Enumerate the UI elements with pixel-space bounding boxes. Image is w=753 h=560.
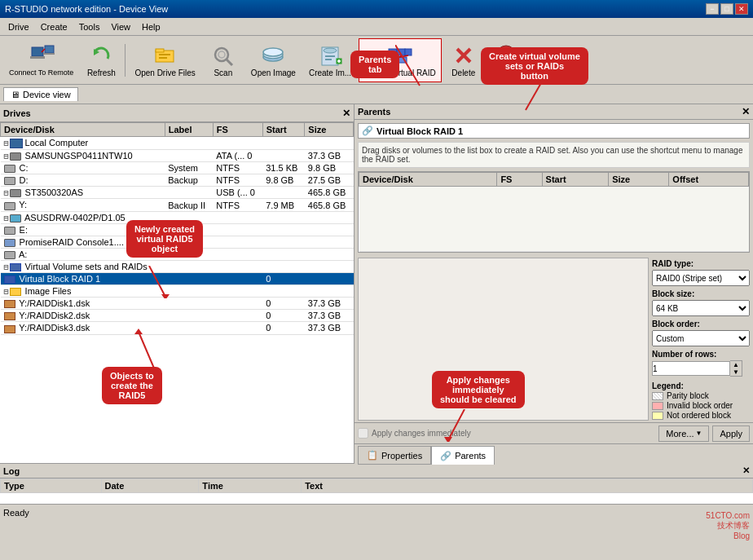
menu-drive[interactable]: Drive xyxy=(3,20,34,33)
svg-point-15 xyxy=(263,48,283,56)
connect-label: Connect To Remote xyxy=(9,68,73,77)
num-rows-up[interactable]: ▲ xyxy=(730,361,742,368)
open-image-icon xyxy=(260,42,286,68)
refresh-label: Refresh xyxy=(87,68,116,77)
callout-objects-create: Objects tocreate theRAID5 xyxy=(102,367,162,404)
svg-rect-7 xyxy=(156,49,164,52)
parents-content: 🔗 Virtual Block RAID 1 Drag disks or vol… xyxy=(354,120,753,465)
watermark-line3: Blog xyxy=(706,531,750,540)
svg-line-38 xyxy=(139,332,155,370)
col-start: Start xyxy=(262,123,305,137)
table-row[interactable]: D: BackupNTFS9.8 GB27.5 GB xyxy=(1,174,354,187)
svg-rect-19 xyxy=(325,59,332,60)
maximize-button[interactable]: □ xyxy=(720,3,733,15)
parents-col-start: Start xyxy=(542,173,609,187)
svg-rect-8 xyxy=(159,54,170,55)
parents-panel-close[interactable]: ✕ xyxy=(742,106,750,117)
table-row[interactable]: C: SystemNTFS31.5 KB9.8 GB xyxy=(1,162,354,174)
log-title: Log xyxy=(3,466,20,476)
log-close[interactable]: ✕ xyxy=(742,465,750,476)
log-col-date: Date xyxy=(101,479,199,493)
status-bar: Ready xyxy=(0,504,753,520)
watermark-line2: 技术博客 xyxy=(706,520,750,531)
raid-title-row: 🔗 Virtual Block RAID 1 xyxy=(358,123,750,139)
table-row[interactable]: ⊟ ST3500320AS USB (... 0465.8 GB xyxy=(1,187,354,199)
col-fs: FS xyxy=(213,123,262,137)
parents-panel: Parents ✕ 🔗 Virtual Block RAID 1 Drag di… xyxy=(354,104,753,463)
device-view-tab-bar: 🖥 Device view xyxy=(0,85,753,104)
table-row[interactable]: ⊟ Local Computer xyxy=(1,137,354,150)
col-label: Label xyxy=(165,123,213,137)
device-view-label: Device view xyxy=(23,90,71,99)
svg-line-11 xyxy=(227,60,232,65)
tab-parents[interactable]: 🔗 Parents xyxy=(431,446,495,465)
create-image-icon xyxy=(317,42,343,68)
raid-type-select[interactable]: RAID0 (Stripe set) xyxy=(652,270,750,286)
svg-rect-9 xyxy=(159,57,167,59)
open-image-button[interactable]: Open Image xyxy=(245,38,302,82)
open-drive-files-button[interactable]: Open Drive Files xyxy=(129,38,200,82)
callout-create-virtual: Create virtual volumesets or RAIDsbutton xyxy=(481,47,588,85)
parents-col-offset: Offset xyxy=(669,173,749,187)
table-row[interactable]: Y:/RAIDDisk2.dsk 037.3 GB xyxy=(1,310,354,322)
watermark: 51CTO.com 技术博客 Blog xyxy=(706,511,750,540)
drives-panel-title: Drives xyxy=(3,108,31,118)
log-col-time: Time xyxy=(199,479,302,493)
block-order-select[interactable]: Custom xyxy=(652,330,750,346)
scan-label: Scan xyxy=(214,68,232,77)
more-button[interactable]: More... ▼ xyxy=(658,426,709,442)
svg-line-35 xyxy=(526,82,542,110)
svg-point-10 xyxy=(215,48,228,61)
device-view-icon: 🖥 xyxy=(11,90,20,99)
apply-button[interactable]: Apply xyxy=(712,426,750,442)
block-order-label: Block order: xyxy=(652,320,750,329)
parents-col-device: Device/Disk xyxy=(359,173,497,187)
svg-rect-3 xyxy=(43,53,55,55)
device-view-tab[interactable]: 🖥 Device view xyxy=(3,87,78,101)
raid-title-text: Virtual Block RAID 1 xyxy=(376,126,463,136)
apply-immediately-checkbox[interactable] xyxy=(358,428,368,439)
raid-options-panel: RAID type: RAID0 (Stripe set) Block size… xyxy=(652,258,750,421)
more-dropdown-arrow: ▼ xyxy=(696,430,702,437)
legend-section: Legend: Parity block Invalid block order xyxy=(652,381,750,421)
callout-apply-changes: Apply changesimmediatelyshould be cleare… xyxy=(432,371,525,408)
table-row[interactable]: Y:/RAIDDisk1.dsk 037.3 GB xyxy=(1,298,354,310)
table-row[interactable]: ⊟ SAMSUNGSP0411NTW10 ATA (... 037.3 GB xyxy=(1,150,354,162)
legend-invalid: Invalid block order xyxy=(652,401,750,410)
scan-button[interactable]: Scan xyxy=(203,38,244,82)
callout-objects-arrow xyxy=(130,328,179,373)
menu-view[interactable]: View xyxy=(106,20,135,33)
svg-marker-41 xyxy=(444,437,452,442)
minimize-button[interactable]: − xyxy=(706,3,719,15)
raid-type-label: RAID type: xyxy=(652,259,750,268)
svg-marker-37 xyxy=(161,294,170,298)
menu-tools[interactable]: Tools xyxy=(74,20,105,33)
num-rows-down[interactable]: ▼ xyxy=(730,368,742,376)
close-button[interactable]: ✕ xyxy=(735,3,748,15)
create-image-button[interactable]: Create Im... xyxy=(303,38,357,82)
col-device: Device/Disk xyxy=(1,123,165,137)
log-col-type: Type xyxy=(1,479,102,493)
legend-label: Legend: xyxy=(652,381,750,390)
properties-tab-icon: 📋 xyxy=(367,450,378,461)
menu-help[interactable]: Help xyxy=(137,20,165,33)
log-col-text: Text xyxy=(302,479,753,493)
svg-point-12 xyxy=(218,51,225,58)
num-rows-input[interactable] xyxy=(652,361,730,376)
parity-label: Parity block xyxy=(667,391,709,400)
drives-panel-close[interactable]: ✕ xyxy=(342,108,350,119)
svg-line-40 xyxy=(448,409,465,440)
tab-properties[interactable]: 📋 Properties xyxy=(358,446,431,465)
refresh-button[interactable]: Refresh xyxy=(81,38,121,82)
parents-col-fs: FS xyxy=(497,173,542,187)
parents-tab-label: Parents xyxy=(455,451,486,461)
menu-bar: Drive Create Tools View Help xyxy=(0,18,753,36)
svg-rect-1 xyxy=(30,56,45,59)
svg-marker-39 xyxy=(134,329,143,334)
main-content: Drives ✕ Device/Disk Label FS Start Size xyxy=(0,104,753,463)
refresh-icon xyxy=(88,42,114,68)
table-row[interactable]: Y: Backup IINTFS7.9 MB465.8 GB xyxy=(1,199,354,211)
connect-remote-button[interactable]: Connect To Remote xyxy=(3,38,79,82)
block-size-select[interactable]: 64 KB xyxy=(652,300,750,316)
menu-create[interactable]: Create xyxy=(36,20,73,33)
